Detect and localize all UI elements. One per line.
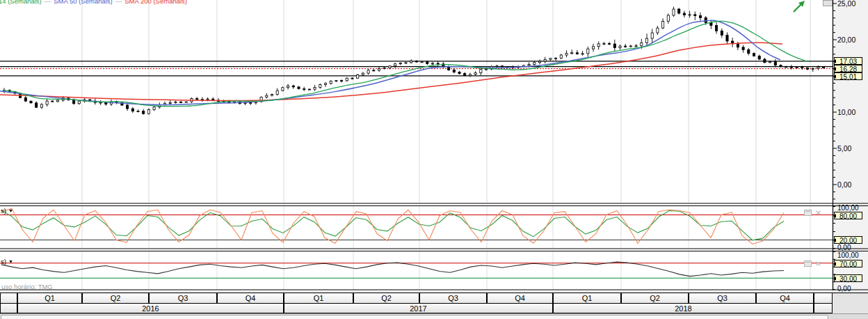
stoch-axis-label: 0,00: [837, 244, 851, 251]
close-icon[interactable]: ✕: [814, 260, 822, 267]
price-axis-label: 25,00: [837, 0, 855, 8]
quarter-cell: Q3: [419, 293, 487, 304]
price-axis-label: 20,00: [837, 36, 855, 44]
price-axis-label: 5,00: [837, 144, 851, 153]
quarter-cell: Q4: [217, 293, 284, 304]
price-axis-label: 0,00: [837, 180, 851, 189]
quarter-cell: Q1: [284, 293, 353, 304]
rsi-axis-label: 100,00: [837, 251, 859, 259]
year-cell: 2016: [17, 303, 284, 313]
quarter-cell: Q3: [149, 293, 217, 304]
chart-canvas[interactable]: [0, 0, 868, 319]
trading-chart-window: 14 (Semanais)—SMA 50 (Semanais)—SMA 200 …: [0, 0, 868, 319]
year-cell: 2017: [284, 303, 553, 313]
stochastic-panel-label: s): [1, 207, 6, 215]
price-tag: 16,28: [834, 65, 862, 72]
quarter-cell: Q2: [621, 293, 689, 304]
rsi-tag: 70,00: [834, 260, 862, 267]
legend-item[interactable]: SMA 200 (Semanais): [124, 0, 187, 5]
quarter-cell: Q1: [553, 293, 621, 304]
legend-item[interactable]: 14 (Semanais): [0, 0, 42, 5]
year-cell: [0, 303, 17, 313]
quarter-cell: Q4: [756, 293, 814, 304]
legend-item[interactable]: SMA 50 (Semanais): [54, 0, 112, 5]
stoch-axis-label: 100,00: [837, 204, 859, 212]
quarter-cell: Q1: [17, 293, 82, 304]
quarter-cell: Q4: [487, 293, 553, 304]
maximize-icon[interactable]: [804, 210, 812, 216]
quarter-cell: Q3: [689, 293, 756, 304]
year-cell: [814, 303, 833, 313]
rsi-tag: 30,00: [834, 274, 862, 282]
chevron-down-icon[interactable]: ▼: [8, 208, 13, 213]
price-tag: 17,03: [834, 57, 862, 65]
price-tag: 15,01: [834, 72, 862, 80]
axis-corner: [833, 293, 868, 314]
year-cell: 2018: [553, 303, 814, 313]
timezone-label: uso horário: TMG: [1, 283, 53, 290]
stoch-tag: 20,00: [834, 236, 862, 244]
stoch-tag: 80,00: [834, 212, 862, 219]
price-axis-label: 10,00: [837, 108, 855, 116]
maximize-icon[interactable]: [804, 260, 812, 267]
quarter-cell: Q2: [82, 293, 149, 304]
stochastic-panel-header: s)▼: [1, 207, 13, 215]
window-control-icon[interactable]: [823, 0, 833, 6]
rsi-panel-label: s): [1, 258, 6, 265]
rsi-panel-header: s)▼: [1, 258, 13, 265]
chevron-down-icon[interactable]: ▼: [8, 259, 13, 264]
quarter-cell: Q2: [353, 293, 419, 304]
indicator-legend: 14 (Semanais)—SMA 50 (Semanais)—SMA 200 …: [0, 0, 187, 5]
quarter-cell: [814, 293, 833, 304]
rsi-axis-label: 0,00: [837, 285, 851, 293]
close-icon[interactable]: ✕: [814, 210, 822, 216]
scrollbar-thumb[interactable]: [1, 315, 828, 319]
quarter-cell: [0, 293, 17, 304]
horizontal-scrollbar[interactable]: [0, 313, 868, 319]
legend-separator: —: [45, 0, 51, 5]
legend-separator: —: [115, 0, 122, 5]
trend-arrow-icon[interactable]: [794, 1, 805, 12]
